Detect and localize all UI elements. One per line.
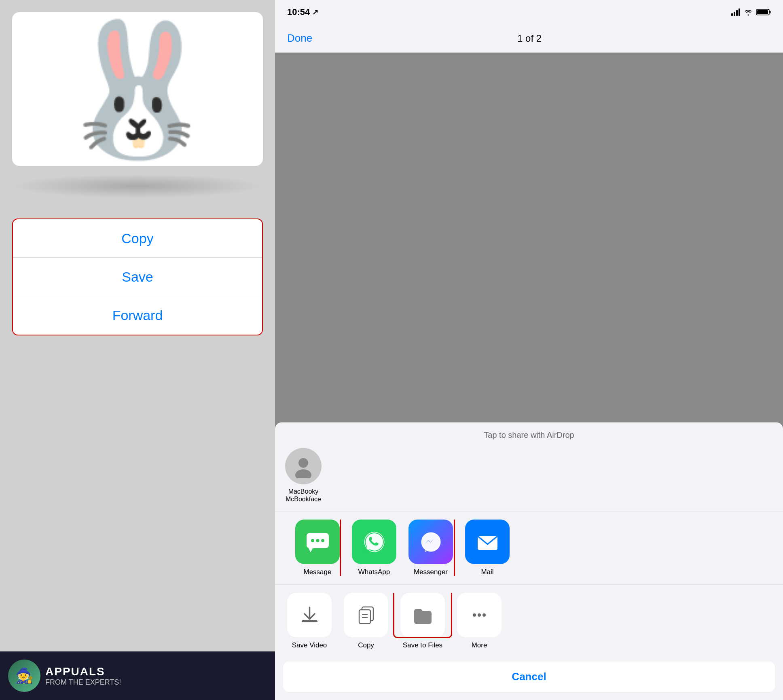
svg-rect-13	[302, 620, 317, 622]
more-icon	[457, 593, 502, 637]
context-menu: Copy Save Forward	[12, 218, 263, 335]
svg-point-9	[321, 539, 324, 542]
done-button[interactable]: Done	[287, 32, 312, 45]
save-to-files-svg-icon	[412, 604, 434, 626]
forward-menu-item[interactable]: Forward	[13, 296, 262, 335]
message-app-label: Message	[304, 568, 332, 576]
person-icon	[291, 454, 315, 478]
status-time: 10:54 ↗	[287, 7, 318, 17]
three-dots-icon	[473, 613, 486, 617]
save-to-files-icon	[400, 593, 445, 637]
app-item-message[interactable]: Message	[291, 520, 344, 576]
messenger-icon	[408, 520, 453, 564]
svg-rect-15	[359, 610, 370, 624]
app-item-messenger[interactable]: Messenger	[404, 520, 457, 576]
copy-action-label: Copy	[358, 641, 374, 649]
shadow-area	[12, 174, 263, 198]
signal-bars-icon	[731, 8, 740, 16]
forward-label: Forward	[112, 308, 163, 323]
appuals-text: APPUALS FROM THE EXPERTS!	[45, 665, 121, 687]
contacts-row: MacBookyMcBookface	[275, 448, 783, 511]
bunny-emoji: 🐰	[57, 24, 218, 154]
copy-svg-icon	[355, 604, 377, 626]
messenger-svg-icon	[418, 529, 444, 555]
wifi-icon	[743, 8, 753, 16]
whatsapp-icon	[352, 520, 396, 564]
action-item-save-to-files[interactable]: Save to Files	[396, 593, 449, 649]
message-icon	[295, 520, 340, 564]
apps-row: Message WhatsApp	[283, 520, 775, 576]
photo-card: 🐰	[12, 12, 263, 166]
share-sheet: Tap to share with AirDrop MacBookyMcBook…	[275, 422, 783, 700]
mail-app-label: Mail	[481, 568, 493, 576]
copy-label: Copy	[121, 231, 153, 246]
action-item-more[interactable]: More	[453, 593, 506, 649]
svg-point-10	[364, 532, 384, 552]
status-icons	[731, 8, 771, 16]
more-label: More	[472, 641, 487, 649]
save-label: Save	[122, 269, 153, 285]
save-to-files-label: Save to Files	[403, 641, 442, 649]
location-icon: ↗	[312, 8, 318, 17]
actions-row: Save Video Copy	[283, 593, 775, 649]
whatsapp-svg-icon	[361, 529, 387, 555]
appuals-title: APPUALS	[45, 665, 121, 678]
appuals-bar: 🧙 APPUALS FROM THE EXPERTS!	[0, 651, 275, 700]
nav-bar: Done 1 of 2	[275, 24, 783, 53]
appuals-subtitle: FROM THE EXPERTS!	[45, 678, 121, 687]
cancel-section: Cancel	[275, 658, 783, 700]
left-panel: 🐰 Copy Save Forward 🧙 APPUALS FROM THE E…	[0, 0, 275, 700]
app-item-mail[interactable]: Mail	[461, 520, 514, 576]
apps-row-wrapper: Message WhatsApp	[275, 520, 783, 576]
status-bar: 10:54 ↗	[275, 0, 783, 24]
copy-menu-item[interactable]: Copy	[13, 219, 262, 258]
svg-point-7	[311, 539, 314, 542]
nav-title: 1 of 2	[517, 33, 542, 44]
appuals-logo: 🧙	[8, 660, 40, 692]
save-video-svg-icon	[298, 604, 321, 626]
action-item-copy[interactable]: Copy	[340, 593, 392, 649]
svg-rect-2	[757, 10, 768, 14]
save-menu-item[interactable]: Save	[13, 258, 262, 296]
mail-icon	[465, 520, 510, 564]
mail-svg-icon	[474, 529, 501, 555]
copy-icon	[344, 593, 388, 637]
whatsapp-app-label: WhatsApp	[358, 568, 390, 576]
app-item-whatsapp[interactable]: WhatsApp	[348, 520, 400, 576]
messenger-app-label: Messenger	[414, 568, 448, 576]
contact-avatar	[285, 448, 322, 484]
apps-section: Message WhatsApp	[275, 511, 783, 585]
save-video-label: Save Video	[292, 641, 327, 649]
svg-point-4	[295, 469, 311, 478]
save-video-icon	[287, 593, 332, 637]
action-item-save-video[interactable]: Save Video	[283, 593, 336, 649]
svg-point-8	[316, 539, 319, 542]
contact-name: MacBookyMcBookface	[286, 488, 321, 503]
time-display: 10:54	[287, 7, 310, 17]
svg-point-3	[298, 458, 308, 468]
svg-rect-1	[770, 11, 771, 13]
cancel-button[interactable]: Cancel	[283, 662, 775, 692]
svg-marker-6	[309, 548, 313, 552]
airdrop-hint: Tap to share with AirDrop	[275, 431, 783, 440]
message-svg-icon	[305, 529, 331, 555]
right-panel: 10:54 ↗ Done 1	[275, 0, 783, 700]
actions-section: Save Video Copy	[275, 585, 783, 658]
battery-icon	[756, 8, 771, 16]
contact-item-macbooky[interactable]: MacBookyMcBookface	[283, 448, 324, 503]
